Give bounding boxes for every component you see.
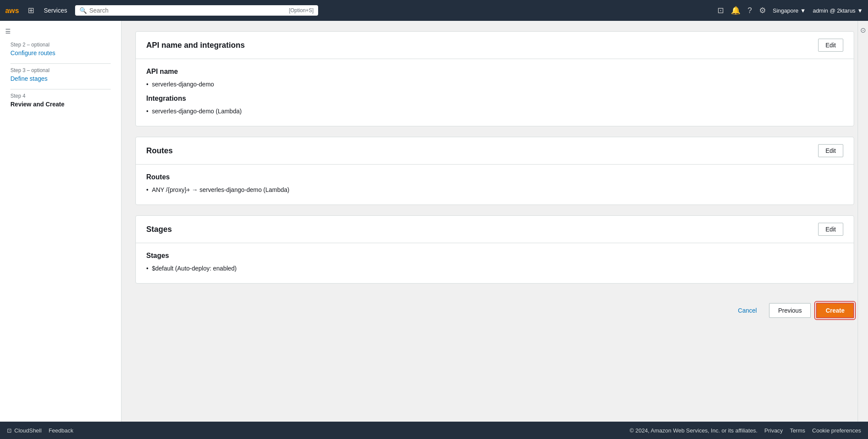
- bottom-bar: ⊡ CloudShell Feedback © 2024, Amazon Web…: [0, 422, 868, 439]
- api-name-section-title: API name and integrations: [146, 41, 245, 50]
- cloudshell-icon: ⊡: [7, 427, 12, 434]
- sidebar: ☰ Step 2 – optional Configure routes Ste…: [0, 21, 122, 439]
- stages-section-title: Stages: [146, 225, 172, 234]
- svg-text:aws: aws: [5, 7, 19, 15]
- region-selector[interactable]: Singapore ▼: [773, 7, 806, 14]
- create-button[interactable]: Create: [816, 303, 854, 318]
- search-icon: 🔍: [79, 7, 87, 14]
- integrations-value: serverles-django-demo (Lambda): [146, 108, 843, 115]
- api-name-title: API name: [146, 68, 843, 76]
- sidebar-toggle[interactable]: ☰: [5, 28, 11, 35]
- stages-edit-button[interactable]: Edit: [818, 223, 843, 236]
- right-edge: ⊙: [858, 21, 868, 422]
- terminal-icon[interactable]: ⊡: [717, 6, 724, 15]
- cookie-prefs-link[interactable]: Cookie preferences: [812, 427, 861, 434]
- divider-3: [10, 89, 111, 89]
- step4-title: Review and Create: [10, 101, 111, 108]
- routes-edit-button[interactable]: Edit: [818, 144, 843, 157]
- search-bar[interactable]: 🔍 [Option+S]: [75, 5, 318, 16]
- step3-label: Step 3 – optional: [10, 67, 111, 73]
- services-nav-item[interactable]: Services: [41, 5, 70, 16]
- terms-link[interactable]: Terms: [790, 427, 805, 434]
- bottom-bar-right: © 2024, Amazon Web Services, Inc. or its…: [630, 427, 861, 434]
- api-name-edit-button[interactable]: Edit: [818, 39, 843, 52]
- bell-icon[interactable]: 🔔: [731, 6, 740, 15]
- step4-label: Step 4: [10, 93, 111, 99]
- chevron-down-icon-account: ▼: [857, 7, 863, 14]
- cloudshell-label: CloudShell: [14, 427, 42, 434]
- divider-2: [10, 63, 111, 64]
- routes-section-title: Routes: [146, 146, 173, 155]
- api-name-section-header: API name and integrations Edit: [136, 32, 854, 59]
- api-name-section-body: API name serverles-django-demo Integrati…: [136, 59, 854, 126]
- routes-section-body: Routes ANY /{proxy}+ → serverles-django-…: [136, 165, 854, 205]
- stages-section: Stages Edit Stages $default (Auto-deploy…: [135, 215, 854, 284]
- api-name-value: serverles-django-demo: [146, 81, 843, 88]
- configure-routes-link[interactable]: Configure routes: [10, 50, 56, 56]
- account-menu[interactable]: admin @ 2ktarus ▼: [813, 7, 863, 14]
- settings-icon[interactable]: ⚙: [759, 6, 766, 15]
- routes-title: Routes: [146, 173, 843, 181]
- stages-value: $default (Auto-deploy: enabled): [146, 265, 843, 272]
- routes-value: ANY /{proxy}+ → serverles-django-demo (L…: [146, 186, 843, 193]
- nav-right: ⊡ 🔔 ? ⚙ Singapore ▼ admin @ 2ktarus ▼: [717, 6, 863, 15]
- stages-section-body: Stages $default (Auto-deploy: enabled): [136, 243, 854, 283]
- previous-button[interactable]: Previous: [769, 303, 811, 318]
- top-navigation: aws ⊞ Services 🔍 [Option+S] ⊡ 🔔 ? ⚙ Sing…: [0, 0, 868, 21]
- search-input[interactable]: [89, 7, 286, 14]
- stages-section-header: Stages Edit: [136, 216, 854, 243]
- step2-item: Step 2 – optional Configure routes: [10, 42, 111, 56]
- cancel-button[interactable]: Cancel: [731, 304, 764, 317]
- aws-logo[interactable]: aws: [5, 5, 21, 16]
- chevron-down-icon: ▼: [800, 7, 806, 14]
- grid-icon[interactable]: ⊞: [26, 4, 36, 17]
- step2-label: Step 2 – optional: [10, 42, 111, 48]
- search-shortcut: [Option+S]: [289, 7, 314, 13]
- main-content: API name and integrations Edit API name …: [122, 21, 868, 439]
- step3-item: Step 3 – optional Define stages: [10, 67, 111, 82]
- edge-icon[interactable]: ⊙: [860, 26, 866, 34]
- step4-item: Step 4 Review and Create: [10, 93, 111, 108]
- routes-section-header: Routes Edit: [136, 137, 854, 165]
- footer-actions: Cancel Previous Create: [135, 294, 854, 327]
- stages-title: Stages: [146, 252, 843, 260]
- cloudshell-button[interactable]: ⊡ CloudShell: [7, 427, 42, 434]
- privacy-link[interactable]: Privacy: [764, 427, 783, 434]
- api-name-section: API name and integrations Edit API name …: [135, 31, 854, 126]
- define-stages-link[interactable]: Define stages: [10, 75, 48, 82]
- integrations-title: Integrations: [146, 95, 843, 102]
- copyright-text: © 2024, Amazon Web Services, Inc. or its…: [630, 427, 758, 434]
- routes-section: Routes Edit Routes ANY /{proxy}+ → serve…: [135, 137, 854, 205]
- feedback-link[interactable]: Feedback: [49, 427, 73, 434]
- help-icon[interactable]: ?: [747, 6, 752, 15]
